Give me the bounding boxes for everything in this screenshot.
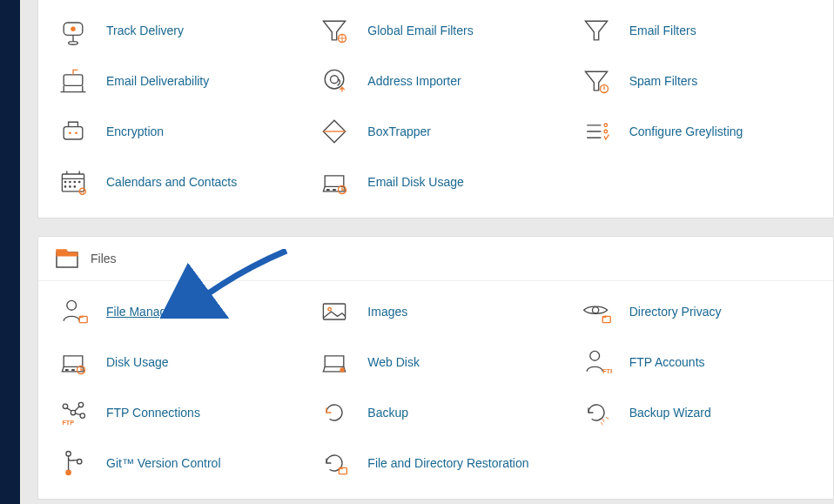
svg-point-2 bbox=[69, 42, 78, 45]
calendars-contacts-icon: @ bbox=[56, 165, 91, 199]
item-backup[interactable]: Backup bbox=[305, 387, 566, 438]
ftp-accounts-icon: FTP bbox=[579, 345, 614, 380]
svg-point-12 bbox=[604, 124, 608, 127]
item-label: Configure Greylisting bbox=[629, 124, 743, 139]
item-spam-filters[interactable]: Spam Filters bbox=[567, 56, 828, 106]
item-ftp-accounts[interactable]: FTP FTP Accounts bbox=[567, 337, 828, 387]
email-section: Track Delivery Global Email Filters bbox=[37, 0, 834, 218]
svg-rect-8 bbox=[64, 127, 83, 139]
item-file-directory-restoration[interactable]: File and Directory Restoration bbox=[305, 438, 566, 488]
item-label: Track Delivery bbox=[106, 23, 184, 38]
svg-point-10 bbox=[75, 131, 77, 134]
svg-point-24 bbox=[592, 307, 598, 313]
files-section: Files bbox=[37, 236, 834, 500]
item-git-version-control[interactable]: Git™ Version Control bbox=[44, 438, 305, 488]
item-label: Encryption bbox=[106, 124, 164, 139]
item-label: Images bbox=[367, 304, 407, 319]
item-directory-privacy[interactable]: Directory Privacy bbox=[567, 286, 828, 337]
svg-point-33 bbox=[80, 413, 84, 418]
item-label: Backup Wizard bbox=[629, 405, 711, 420]
address-importer-icon bbox=[317, 64, 352, 98]
svg-text:FTP: FTP bbox=[602, 367, 612, 375]
svg-point-5 bbox=[326, 70, 345, 89]
ftp-connections-icon: FTP bbox=[56, 395, 91, 430]
item-label: Git™ Version Control bbox=[106, 455, 221, 471]
svg-point-36 bbox=[66, 470, 71, 474]
files-section-title: Files bbox=[91, 252, 117, 265]
svg-point-1 bbox=[71, 27, 75, 31]
email-section-body: Track Delivery Global Email Filters bbox=[38, 0, 833, 218]
file-manager-icon bbox=[56, 294, 91, 329]
item-web-disk[interactable]: Web Disk bbox=[305, 337, 566, 387]
encryption-icon bbox=[56, 114, 91, 149]
item-images[interactable]: Images bbox=[305, 286, 566, 337]
item-label: Email Deliverability bbox=[106, 73, 209, 89]
item-label: Web Disk bbox=[367, 354, 420, 370]
backup-wizard-icon bbox=[579, 395, 614, 430]
directory-privacy-icon bbox=[579, 294, 614, 329]
files-header-icon bbox=[56, 249, 78, 268]
backup-icon bbox=[317, 395, 352, 430]
item-configure-greylisting[interactable]: Configure Greylisting bbox=[567, 106, 828, 157]
boxtrapper-icon bbox=[317, 114, 352, 149]
configure-greylisting-icon bbox=[579, 114, 614, 149]
item-label: Email Filters bbox=[629, 23, 696, 38]
item-label: File Manager bbox=[106, 304, 178, 319]
email-filters-icon bbox=[579, 13, 614, 48]
item-label: Email Disk Usage bbox=[367, 174, 463, 190]
item-label: BoxTrapper bbox=[367, 124, 431, 139]
item-address-importer[interactable]: Address Importer bbox=[305, 56, 566, 106]
item-email-filters[interactable]: Email Filters bbox=[567, 5, 828, 56]
item-label: FTP Accounts bbox=[629, 354, 705, 370]
svg-point-6 bbox=[331, 76, 339, 84]
item-label: FTP Connections bbox=[106, 405, 200, 420]
git-icon bbox=[56, 446, 91, 480]
email-deliverability-icon bbox=[56, 64, 91, 98]
item-label: Disk Usage bbox=[106, 354, 169, 370]
email-disk-usage-icon bbox=[317, 165, 352, 199]
restoration-icon bbox=[317, 446, 352, 480]
files-section-body: File Manager Images bbox=[38, 281, 833, 499]
item-track-delivery[interactable]: Track Delivery bbox=[44, 5, 305, 56]
track-delivery-icon bbox=[56, 13, 91, 48]
spam-filters-icon bbox=[579, 64, 614, 98]
item-email-disk-usage[interactable]: Email Disk Usage bbox=[305, 157, 566, 207]
svg-rect-22 bbox=[324, 304, 346, 319]
images-icon bbox=[317, 294, 352, 329]
item-ftp-connections[interactable]: FTP FTP Connections bbox=[44, 387, 305, 438]
item-disk-usage[interactable]: Disk Usage bbox=[44, 337, 305, 387]
item-label: Directory Privacy bbox=[629, 304, 722, 319]
global-email-filters-icon bbox=[317, 13, 352, 48]
svg-point-9 bbox=[69, 131, 71, 134]
item-backup-wizard[interactable]: Backup Wizard bbox=[567, 387, 828, 438]
item-calendars-contacts[interactable]: @ Calendars and Contacts bbox=[44, 157, 305, 207]
svg-point-28 bbox=[589, 351, 599, 360]
svg-point-13 bbox=[604, 130, 608, 133]
svg-rect-4 bbox=[64, 75, 83, 86]
svg-point-27 bbox=[340, 367, 345, 372]
item-file-manager[interactable]: File Manager bbox=[44, 286, 305, 337]
item-label: File and Directory Restoration bbox=[367, 455, 528, 471]
files-section-header: Files bbox=[38, 237, 833, 281]
web-disk-icon bbox=[317, 345, 352, 380]
item-label: Backup bbox=[367, 405, 408, 420]
item-email-deliverability[interactable]: Email Deliverability bbox=[44, 56, 305, 106]
item-encryption[interactable]: Encryption bbox=[44, 106, 305, 157]
item-label: Address Importer bbox=[367, 73, 461, 89]
item-boxtrapper[interactable]: BoxTrapper bbox=[305, 106, 566, 157]
item-label: Global Email Filters bbox=[367, 23, 473, 38]
svg-text:FTP: FTP bbox=[62, 419, 74, 427]
svg-rect-19 bbox=[57, 252, 77, 256]
svg-point-35 bbox=[66, 452, 71, 456]
svg-point-23 bbox=[328, 308, 332, 312]
item-global-email-filters[interactable]: Global Email Filters bbox=[305, 5, 566, 56]
disk-usage-icon bbox=[56, 345, 91, 380]
svg-point-20 bbox=[67, 300, 77, 310]
item-label: Calendars and Contacts bbox=[106, 174, 237, 190]
svg-text:@: @ bbox=[80, 190, 84, 195]
item-label: Spam Filters bbox=[629, 73, 698, 89]
